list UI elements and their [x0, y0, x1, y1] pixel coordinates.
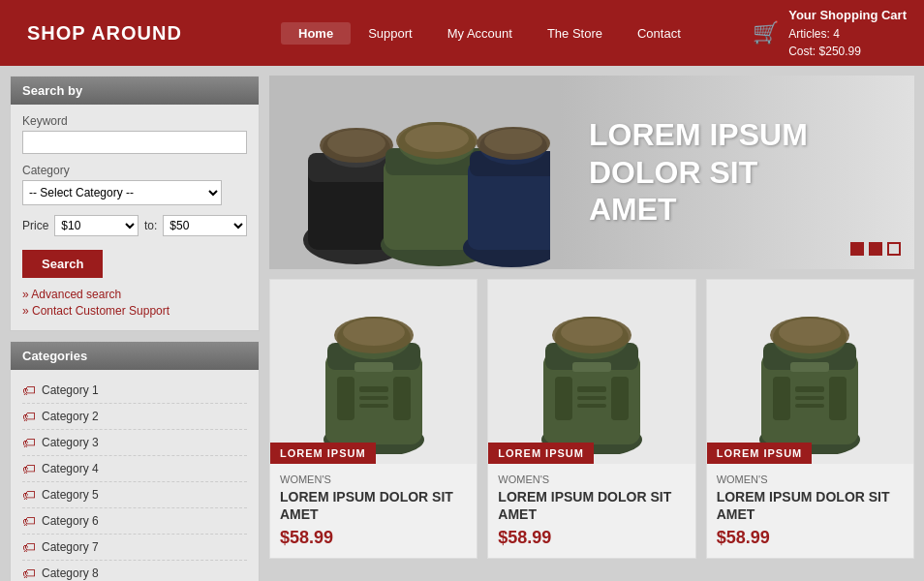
search-panel-header: Search by [11, 76, 259, 105]
price-from-select[interactable]: $10 [54, 215, 139, 236]
product-badge: LOREM IPSUM [707, 443, 813, 464]
cat-label: Category 2 [42, 410, 99, 423]
category-item-7[interactable]: 🏷Category 7 [22, 535, 247, 561]
cart-widget[interactable]: 🛒 Your Shopping Cart Articles: 4 Cost: $… [735, 0, 924, 66]
nav-contact[interactable]: Contact [620, 26, 698, 41]
svg-point-5 [327, 130, 385, 157]
cat-tag-icon: 🏷 [22, 382, 36, 398]
cat-label: Category 1 [42, 383, 99, 397]
category-item-5[interactable]: 🏷Category 5 [22, 482, 247, 508]
cart-icon: 🛒 [753, 20, 779, 46]
categories-panel: Categories 🏷Category 1🏷Category 2🏷Catego… [10, 341, 260, 581]
main-nav: Home Support My Account The Store Contac… [262, 0, 735, 66]
cat-label: Category 3 [42, 436, 99, 449]
svg-rect-49 [829, 377, 847, 420]
svg-point-35 [561, 319, 623, 346]
price-to-select[interactable]: $50 [163, 215, 247, 236]
svg-rect-28 [359, 396, 388, 400]
nav-the-store[interactable]: The Store [530, 26, 620, 41]
category-select[interactable]: -- Select Category -- [22, 180, 222, 205]
cat-label: Category 6 [42, 514, 99, 528]
contact-support-link[interactable]: Contact Customer Support [22, 304, 247, 318]
category-item-4[interactable]: 🏷Category 4 [22, 456, 247, 482]
svg-rect-39 [577, 386, 606, 392]
category-item-8[interactable]: 🏷Category 8 [22, 561, 247, 581]
hero-banner: LOREM IPSUM DOLOR SIT AMET [269, 76, 914, 269]
hero-dot-3[interactable] [887, 242, 901, 256]
product-category: WOMEN'S [717, 474, 904, 485]
advanced-search-link[interactable]: Advanced search [22, 288, 247, 301]
svg-rect-29 [359, 404, 388, 408]
product-badge: LOREM IPSUM [270, 443, 376, 464]
cart-cost: Cost: $250.99 [788, 43, 907, 60]
hero-dots [850, 242, 901, 256]
product-category: WOMEN'S [498, 474, 685, 485]
keyword-label: Keyword [22, 114, 247, 128]
svg-rect-53 [795, 404, 824, 408]
category-item-6[interactable]: 🏷Category 6 [22, 508, 247, 535]
product-price: $58.99 [280, 528, 467, 548]
cat-tag-icon: 🏷 [22, 513, 36, 529]
price-row: Price $10 to: $50 [22, 215, 247, 236]
cat-tag-icon: 🏷 [22, 461, 36, 476]
categories-list: 🏷Category 1🏷Category 2🏷Category 3🏷Catego… [11, 370, 259, 581]
product-image [306, 290, 442, 454]
category-item-3[interactable]: 🏷Category 3 [22, 430, 247, 456]
category-item-2[interactable]: 🏷Category 2 [22, 404, 247, 430]
cat-tag-icon: 🏷 [22, 566, 36, 581]
category-item-1[interactable]: 🏷Category 1 [22, 378, 247, 404]
svg-point-47 [779, 319, 841, 346]
nav-support[interactable]: Support [351, 26, 430, 41]
search-button[interactable]: Search [22, 250, 103, 278]
product-price: $58.99 [717, 528, 904, 548]
search-panel: Search by Keyword Category -- Select Cat… [10, 76, 260, 331]
svg-rect-36 [555, 377, 572, 420]
svg-rect-40 [577, 396, 606, 400]
svg-rect-50 [790, 362, 829, 372]
svg-rect-26 [354, 362, 393, 372]
keyword-input[interactable] [22, 131, 247, 154]
cat-label: Category 4 [42, 462, 99, 475]
product-name: LOREM IPSUM DOLOR SIT AMET [498, 488, 685, 523]
product-card-3[interactable]: LOREM IPSUM WOMEN'S LOREM IPSUM DOLOR SI… [706, 279, 914, 559]
svg-point-11 [405, 125, 469, 152]
svg-point-23 [343, 319, 405, 346]
product-image-area: LOREM IPSUM [707, 280, 913, 464]
svg-rect-41 [577, 404, 606, 408]
svg-point-17 [484, 129, 542, 154]
product-image [742, 290, 878, 454]
product-name: LOREM IPSUM DOLOR SIT AMET [717, 488, 904, 523]
product-info: WOMEN'S LOREM IPSUM DOLOR SIT AMET $58.9… [488, 464, 694, 558]
cat-label: Category 5 [42, 488, 99, 502]
main-content: LOREM IPSUM DOLOR SIT AMET [260, 76, 914, 581]
svg-rect-37 [611, 377, 629, 420]
header: SHOP AROUND Home Support My Account The … [0, 0, 924, 66]
cat-label: Category 8 [42, 566, 99, 580]
price-label: Price [22, 219, 48, 232]
product-grid: LOREM IPSUM WOMEN'S LOREM IPSUM DOLOR SI… [269, 279, 914, 559]
hero-jackets [269, 76, 560, 269]
product-name: LOREM IPSUM DOLOR SIT AMET [280, 488, 467, 523]
sidebar: Search by Keyword Category -- Select Cat… [10, 76, 260, 581]
product-image-area: LOREM IPSUM [488, 280, 694, 464]
svg-rect-27 [359, 386, 388, 392]
cat-tag-icon: 🏷 [22, 539, 36, 555]
hero-text-area: LOREM IPSUM DOLOR SIT AMET [560, 76, 914, 269]
categories-panel-header: Categories [11, 342, 259, 370]
product-price: $58.99 [498, 528, 685, 548]
hero-dot-1[interactable] [850, 242, 864, 256]
nav-my-account[interactable]: My Account [430, 26, 530, 41]
hero-title: LOREM IPSUM DOLOR SIT AMET [589, 116, 885, 228]
product-category: WOMEN'S [280, 474, 467, 485]
main-layout: Search by Keyword Category -- Select Cat… [0, 66, 924, 581]
svg-rect-24 [337, 377, 354, 420]
product-card-1[interactable]: LOREM IPSUM WOMEN'S LOREM IPSUM DOLOR SI… [269, 279, 477, 559]
nav-home[interactable]: Home [281, 22, 351, 45]
product-info: WOMEN'S LOREM IPSUM DOLOR SIT AMET $58.9… [707, 464, 913, 558]
product-image [524, 290, 660, 454]
svg-rect-51 [795, 386, 824, 392]
hero-dot-2[interactable] [869, 242, 882, 256]
svg-rect-25 [393, 377, 411, 420]
product-badge: LOREM IPSUM [488, 443, 594, 464]
product-card-2[interactable]: LOREM IPSUM WOMEN'S LOREM IPSUM DOLOR SI… [487, 279, 695, 559]
